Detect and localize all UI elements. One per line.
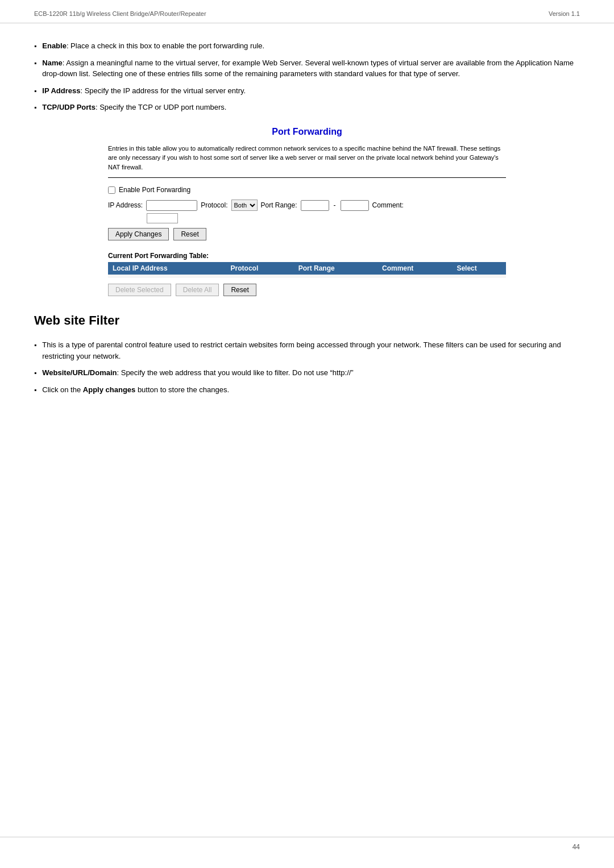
port-forwarding-description: Entries in this table allow you to autom… [108,144,506,178]
website-filter-bullets: This is a type of parental control featu… [34,339,580,395]
comment-label: Comment: [372,201,404,209]
table-empty-cell [108,275,506,278]
reset-button[interactable]: Reset [173,228,206,240]
page-header: ECB-1220R 11b/g Wireless Client Bridge/A… [0,0,614,23]
ip-address-label: IP Address: [108,201,143,209]
col-local-ip: Local IP Address [108,262,226,275]
bullet-tcp-bold: TCP/UDP Ports [42,103,96,111]
main-content: Enable: Place a check in this box to ena… [0,23,614,443]
bullet-website-url: Website/URL/Domain: Specify the web addr… [34,367,580,379]
page-footer: 44 [0,837,614,857]
bullet-apply-changes-bold: Apply changes [83,385,135,394]
port-range-start-input[interactable] [301,200,329,211]
bullet-website-url-rest: : Specify the web address that you would… [117,368,353,377]
bullet-parental-text: This is a type of parental control featu… [42,339,580,362]
protocol-select[interactable]: Both TCP UDP [231,200,258,211]
bullet-enable-bold: Enable [42,41,67,50]
table-body [108,275,506,278]
table-header: Local IP Address Protocol Port Range Com… [108,262,506,275]
bullet-enable-rest: : Place a check in this box to enable th… [67,41,264,50]
bullet-website-url-bold: Website/URL/Domain [42,368,117,377]
table-empty-row [108,275,506,278]
port-range-end-input[interactable] [341,200,369,211]
port-dash: - [334,201,336,209]
bullet-parental: This is a type of parental control featu… [34,339,580,362]
ip-sub-row [108,213,506,223]
apply-reset-row: Apply Changes Reset [108,228,506,240]
bullet-apply-changes: Click on the Apply changes button to sto… [34,384,580,396]
page-number: 44 [572,843,580,851]
port-range-label: Port Range: [261,201,297,209]
bullet-ip: IP Address: Specify the IP address for t… [34,85,580,97]
bullet-name: Name: Assign a meaningful name to the vi… [34,57,580,80]
header-right: Version 1.1 [549,10,580,17]
port-forwarding-table: Local IP Address Protocol Port Range Com… [108,262,506,278]
enable-row: Enable Port Forwarding [108,186,506,194]
table-section-label: Current Port Forwarding Table: [108,252,506,260]
enable-label: Enable Port Forwarding [119,186,190,194]
port-forwarding-section: Port Forwarding Entries in this table al… [108,127,506,297]
delete-all-button[interactable]: Delete All [176,284,219,296]
header-left: ECB-1220R 11b/g Wireless Client Bridge/A… [34,10,206,17]
bullet-name-rest: : Assign a meaningful name to the virtua… [42,59,574,78]
bullet-ip-rest: : Specify the IP address for the virtual… [80,86,246,95]
bullet-tcp: TCP/UDP Ports: Specify the TCP or UDP po… [34,102,580,113]
delete-reset-row: Delete Selected Delete All Reset [108,284,506,296]
ip-address-input[interactable] [146,200,197,211]
col-comment: Comment [377,262,452,275]
bullet-apply-changes-prefix: Click on the [42,385,83,394]
table-header-row: Local IP Address Protocol Port Range Com… [108,262,506,275]
website-filter-title: Web site Filter [34,313,580,328]
col-protocol: Protocol [226,262,294,275]
page-container: ECB-1220R 11b/g Wireless Client Bridge/A… [0,0,614,868]
col-port-range: Port Range [294,262,377,275]
protocol-label: Protocol: [201,201,227,209]
ip-sub-input[interactable] [147,213,178,223]
bullet-ip-bold: IP Address [42,86,80,95]
bullet-tcp-rest: : Specify the TCP or UDP port numbers. [96,103,227,111]
col-select: Select [452,262,506,275]
bullet-name-bold: Name [42,59,62,67]
bullet-enable: Enable: Place a check in this box to ena… [34,40,580,52]
website-filter-section: Web site Filter This is a type of parent… [34,313,580,395]
port-forwarding-title: Port Forwarding [108,127,506,137]
delete-selected-button[interactable]: Delete Selected [108,284,171,296]
top-bullet-list: Enable: Place a check in this box to ena… [34,40,580,113]
bullet-apply-changes-suffix: button to store the changes. [135,385,229,394]
form-fields-row: IP Address: Protocol: Both TCP UDP Port … [108,200,506,211]
enable-checkbox[interactable] [108,186,115,194]
port-forwarding-form: Enable Port Forwarding IP Address: Proto… [108,186,506,240]
apply-changes-button[interactable]: Apply Changes [108,228,169,240]
reset2-button[interactable]: Reset [223,284,256,296]
